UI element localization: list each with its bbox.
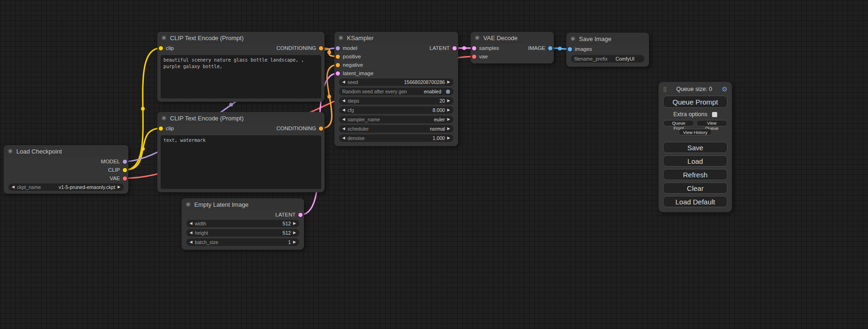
output-slot-conditioning[interactable]: CONDITIONING — [276, 126, 323, 131]
node-title-bar[interactable]: Save Image — [566, 33, 649, 45]
widget-steps[interactable]: ◀ steps 20 ▶ — [339, 97, 453, 105]
save-button[interactable]: Save — [663, 142, 727, 153]
node-clip-text-encode-negative[interactable]: CLIP Text Encode (Prompt) clip CONDITION… — [157, 112, 325, 192]
decrement-arrow-icon[interactable]: ◀ — [190, 240, 192, 244]
decrement-arrow-icon[interactable]: ◀ — [342, 127, 345, 131]
vae-input-port[interactable] — [472, 55, 476, 59]
clip-output-port[interactable] — [123, 168, 127, 172]
widget-scheduler[interactable]: ◀ scheduler normal ▶ — [339, 125, 453, 133]
increment-arrow-icon[interactable]: ▶ — [447, 127, 450, 131]
extra-options-checkbox[interactable] — [712, 112, 717, 117]
conditioning-output-port[interactable] — [319, 126, 323, 131]
input-slot-clip[interactable]: clip — [159, 45, 174, 51]
node-empty-latent-image[interactable]: Empty Latent Image LATENT ◀ width 512 ▶ … — [182, 198, 304, 250]
settings-gear-icon[interactable]: ⚙ — [721, 85, 727, 93]
clear-button[interactable]: Clear — [663, 182, 727, 194]
image-output-port[interactable] — [548, 46, 552, 50]
output-slot-latent[interactable]: LATENT — [275, 212, 303, 217]
latent-output-port[interactable] — [298, 213, 303, 217]
increment-arrow-icon[interactable]: ▶ — [293, 240, 296, 244]
input-slot-images[interactable]: images — [568, 46, 592, 52]
node-load-checkpoint[interactable]: Load Checkpoint MODEL CLIP VAE ◀ ckpt_na… — [4, 145, 128, 194]
increment-arrow-icon[interactable]: ▶ — [447, 99, 450, 103]
decrement-arrow-icon[interactable]: ◀ — [342, 118, 345, 121]
input-slot-vae[interactable]: vae — [472, 54, 488, 59]
collapse-dot[interactable] — [162, 116, 166, 120]
node-title-bar[interactable]: CLIP Text Encode (Prompt) — [157, 32, 325, 44]
node-title-bar[interactable]: Empty Latent Image — [182, 198, 304, 210]
output-slot-image[interactable]: IMAGE — [528, 45, 552, 51]
view-history-button[interactable]: View History — [678, 129, 712, 135]
collapse-dot[interactable] — [339, 35, 343, 40]
node-vae-decode[interactable]: VAE Decode samples IMAGE vae — [471, 32, 554, 63]
collapse-dot[interactable] — [475, 35, 480, 40]
input-slot-negative[interactable]: negative — [336, 62, 363, 68]
decrement-arrow-icon[interactable]: ◀ — [12, 185, 14, 189]
load-button[interactable]: Load — [663, 155, 727, 167]
widget-width[interactable]: ◀ width 512 ▶ — [186, 220, 299, 227]
output-slot-conditioning[interactable]: CONDITIONING — [276, 45, 323, 51]
queue-prompt-button[interactable]: Queue Prompt — [663, 96, 727, 108]
clip-input-port[interactable] — [159, 46, 163, 50]
increment-arrow-icon[interactable]: ▶ — [447, 136, 450, 140]
collapse-dot[interactable] — [571, 36, 575, 41]
negative-prompt-textarea[interactable]: text, watermark — [161, 135, 321, 189]
refresh-button[interactable]: Refresh — [663, 169, 727, 180]
decrement-arrow-icon[interactable]: ◀ — [190, 222, 192, 225]
node-title-bar[interactable]: VAE Decode — [471, 32, 554, 44]
vae-output-port[interactable] — [123, 176, 127, 181]
queue-menu[interactable]: ⣿ Queue size: 0 ⚙ Queue Prompt Extra opt… — [658, 82, 732, 212]
latent-image-input-port[interactable] — [336, 71, 340, 76]
widget-ckpt-name[interactable]: ◀ ckpt_name v1-5-pruned-emaonly.ckpt ▶ — [8, 183, 124, 191]
increment-arrow-icon[interactable]: ▶ — [118, 185, 120, 189]
latent-output-port[interactable] — [452, 46, 457, 50]
positive-input-port[interactable] — [336, 55, 340, 59]
clip-input-port[interactable] — [159, 126, 163, 131]
increment-arrow-icon[interactable]: ▶ — [447, 118, 450, 121]
samples-input-port[interactable] — [472, 46, 476, 50]
view-queue-button[interactable]: View Queue — [696, 120, 727, 126]
node-clip-text-encode-positive[interactable]: CLIP Text Encode (Prompt) clip CONDITION… — [157, 32, 325, 102]
collapse-dot[interactable] — [8, 149, 13, 154]
increment-arrow-icon[interactable]: ▶ — [293, 231, 296, 235]
widget-batch-size[interactable]: ◀ batch_size 1 ▶ — [186, 238, 299, 246]
load-default-button[interactable]: Load Default — [663, 196, 727, 207]
widget-cfg[interactable]: ◀ cfg 8.000 ▶ — [339, 106, 453, 114]
widget-random-seed-toggle[interactable]: Random seed after every gen enabled — [339, 88, 453, 95]
node-title-bar[interactable]: Load Checkpoint — [4, 145, 128, 157]
widget-filename-prefix[interactable]: filename_prefix ComfyUI — [571, 55, 644, 63]
decrement-arrow-icon[interactable]: ◀ — [342, 80, 345, 84]
output-slot-model[interactable]: MODEL — [101, 159, 127, 164]
input-slot-samples[interactable]: samples — [472, 45, 499, 51]
decrement-arrow-icon[interactable]: ◀ — [342, 108, 345, 112]
node-title-bar[interactable]: CLIP Text Encode (Prompt) — [157, 112, 325, 124]
images-input-port[interactable] — [568, 47, 572, 51]
node-ksampler[interactable]: KSampler model LATENT positive negative — [334, 32, 458, 146]
decrement-arrow-icon[interactable]: ◀ — [190, 231, 192, 235]
model-input-port[interactable] — [336, 46, 340, 50]
collapse-dot[interactable] — [186, 202, 191, 207]
node-graph-canvas[interactable]: Load Checkpoint MODEL CLIP VAE ◀ ckpt_na… — [0, 0, 868, 329]
decrement-arrow-icon[interactable]: ◀ — [342, 136, 345, 140]
decrement-arrow-icon[interactable]: ◀ — [342, 99, 345, 103]
positive-prompt-textarea[interactable]: beautiful scenery nature glass bottle la… — [161, 55, 321, 98]
widget-seed[interactable]: ◀ seed 156680208700286 ▶ — [339, 78, 453, 86]
increment-arrow-icon[interactable]: ▶ — [447, 108, 450, 112]
widget-sampler-name[interactable]: ◀ sampler_name euler ▶ — [339, 116, 453, 123]
conditioning-output-port[interactable] — [319, 46, 323, 50]
queue-front-button[interactable]: Queue Front — [663, 120, 694, 126]
input-slot-positive[interactable]: positive — [336, 54, 361, 59]
model-output-port[interactable] — [123, 160, 127, 164]
widget-denoise[interactable]: ◀ denoise 1.000 ▶ — [339, 134, 453, 142]
drag-handle-icon[interactable]: ⣿ — [663, 86, 667, 92]
input-slot-model[interactable]: model — [336, 45, 357, 51]
node-title-bar[interactable]: KSampler — [334, 32, 458, 44]
toggle-knob[interactable] — [446, 90, 450, 94]
input-slot-latent-image[interactable]: latent_image — [336, 70, 374, 76]
widget-height[interactable]: ◀ height 512 ▶ — [186, 229, 299, 237]
negative-input-port[interactable] — [336, 63, 340, 67]
output-slot-latent[interactable]: LATENT — [430, 45, 457, 51]
increment-arrow-icon[interactable]: ▶ — [293, 222, 296, 225]
input-slot-clip[interactable]: clip — [159, 126, 174, 131]
output-slot-vae[interactable]: VAE — [110, 175, 127, 181]
